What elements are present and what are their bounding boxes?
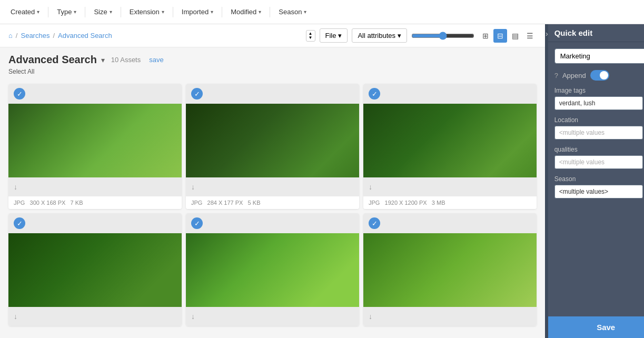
- grid-item-footer: ↓: [363, 177, 537, 196]
- breadcrumb: ⌂ / Searches / Advanced Search: [8, 32, 112, 39]
- page-title-area: Advanced Search ▾ 10 Assets save Select …: [0, 47, 545, 79]
- page-title: Advanced Search: [8, 54, 97, 66]
- chevron-down-icon: ▾: [110, 9, 112, 15]
- append-toggle[interactable]: [590, 70, 609, 81]
- breadcrumb-bar: ⌂ / Searches / Advanced Search ▲ ▼ File …: [0, 24, 545, 47]
- image-tags-row: 🗑: [554, 96, 644, 110]
- toggle-knob: [600, 71, 608, 79]
- chevron-down-icon: ▾: [162, 9, 164, 15]
- location-input[interactable]: [554, 126, 643, 140]
- grid-item: ✓ ↓ JPG 300 X 168 PX 7 KB: [8, 84, 182, 209]
- view-mode-list[interactable]: ⊞: [479, 29, 492, 43]
- separator: [173, 7, 173, 17]
- content-area: ⌂ / Searches / Advanced Search ▲ ▼ File …: [0, 24, 545, 338]
- breadcrumb-sep: /: [53, 32, 55, 39]
- download-icon[interactable]: ↓: [369, 312, 372, 321]
- breadcrumb-searches[interactable]: Searches: [21, 32, 49, 39]
- filter-type[interactable]: Type ▾: [53, 6, 81, 18]
- attributes-dropdown[interactable]: All attributes ▾: [352, 28, 407, 43]
- help-icon[interactable]: ?: [554, 72, 558, 79]
- selection-checkbox[interactable]: ✓: [14, 217, 25, 229]
- separator: [270, 7, 270, 17]
- download-icon[interactable]: ↓: [14, 312, 17, 321]
- view-mode-buttons: ⊞ ⊟ ▤ ☰: [479, 29, 537, 43]
- quick-edit-save-button[interactable]: Save: [548, 316, 644, 338]
- download-icon[interactable]: ↓: [191, 312, 195, 321]
- download-icon[interactable]: ↓: [14, 183, 17, 191]
- chevron-down-icon: ▾: [74, 9, 76, 15]
- grid-image[interactable]: [363, 104, 537, 177]
- qualities-section: qualities 🗑: [554, 146, 644, 169]
- chevron-down-icon: ▾: [259, 9, 261, 15]
- filter-imported[interactable]: Imported ▾: [177, 6, 217, 18]
- quick-edit-title: Quick edit: [554, 28, 644, 37]
- location-label: Location: [554, 116, 644, 124]
- filter-modified[interactable]: Modified ▾: [226, 6, 265, 18]
- grid-image[interactable]: [8, 104, 182, 177]
- season-label: Season: [554, 175, 644, 183]
- chevron-down-icon: ▾: [338, 32, 342, 39]
- chevron-down-icon: ▾: [211, 9, 213, 15]
- filter-size[interactable]: Size ▾: [90, 6, 116, 18]
- grid-image[interactable]: [186, 233, 359, 307]
- grid-item: ✓ ↓: [8, 213, 182, 326]
- zoom-slider[interactable]: [411, 32, 474, 40]
- download-icon[interactable]: ↓: [191, 183, 195, 191]
- image-tags-label: Image tags: [554, 87, 644, 94]
- grid-item-meta: JPG 1920 X 1200 PX 3 MB: [363, 196, 537, 209]
- season-section: Season <multiple values> 🗑: [554, 175, 644, 198]
- qualities-input[interactable]: [554, 155, 643, 169]
- location-row: 🗑: [554, 126, 644, 140]
- chevron-down-icon: ▾: [304, 9, 306, 15]
- quick-edit-panel: › Quick edit Marketing ? Append: [545, 24, 644, 338]
- file-dropdown[interactable]: File ▾: [320, 28, 348, 43]
- filter-extension[interactable]: Extension ▾: [125, 6, 169, 18]
- filter-season[interactable]: Season ▾: [274, 6, 311, 18]
- selection-checkbox[interactable]: ✓: [369, 88, 380, 100]
- breadcrumb-home[interactable]: ⌂: [8, 32, 13, 39]
- location-section: Location 🗑: [554, 116, 644, 140]
- zoom-slider-container: [411, 32, 474, 40]
- filter-created[interactable]: Created ▾: [6, 6, 44, 18]
- grid-image[interactable]: [186, 104, 359, 177]
- category-dropdown[interactable]: Marketing: [554, 48, 644, 64]
- qualities-row: 🗑: [554, 155, 644, 169]
- selection-checkbox[interactable]: ✓: [369, 217, 380, 229]
- view-mode-table[interactable]: ☰: [523, 29, 537, 43]
- selection-checkbox[interactable]: ✓: [14, 88, 25, 100]
- breadcrumb-current: Advanced Search: [58, 32, 112, 39]
- grid-item: ✓ ↓: [186, 213, 359, 326]
- separator: [85, 7, 85, 17]
- view-mode-compact[interactable]: ▤: [508, 29, 522, 43]
- breadcrumb-sep: /: [16, 32, 18, 39]
- select-all-link[interactable]: Select All: [8, 66, 34, 77]
- selection-checkbox[interactable]: ✓: [191, 217, 203, 229]
- sort-order-btn[interactable]: ▲ ▼: [306, 30, 315, 42]
- selection-checkbox[interactable]: ✓: [191, 88, 203, 100]
- grid-item-footer: ↓: [186, 307, 359, 326]
- save-search-link[interactable]: save: [149, 56, 163, 64]
- separator: [222, 7, 222, 17]
- download-icon[interactable]: ↓: [369, 183, 372, 191]
- image-tags-input[interactable]: [554, 96, 643, 110]
- grid-item-header: ✓: [8, 84, 182, 104]
- image-grid: ✓ ↓ JPG 300 X 168 PX 7 KB ✓ ↓ JPG 284 X …: [8, 84, 537, 326]
- season-row: <multiple values> 🗑: [554, 185, 644, 198]
- season-select[interactable]: <multiple values>: [554, 185, 643, 198]
- view-controls: ▲ ▼ File ▾ All attributes ▾ ⊞ ⊟ ▤: [306, 28, 537, 43]
- append-row: ? Append: [554, 70, 644, 81]
- image-tags-section: Image tags 🗑: [554, 87, 644, 110]
- grid-image[interactable]: [363, 233, 537, 307]
- panel-inner: Quick edit Marketing ? Append Image tags: [548, 24, 644, 338]
- grid-image[interactable]: [8, 233, 182, 307]
- view-mode-grid[interactable]: ⊟: [493, 29, 507, 43]
- grid-item-header: ✓: [186, 84, 359, 104]
- grid-item: ✓ ↓ JPG 284 X 177 PX 5 KB: [186, 84, 359, 209]
- chevron-down-icon: ▾: [398, 32, 401, 39]
- grid-item-footer: ↓: [186, 177, 359, 196]
- grid-item-header: ✓: [363, 213, 537, 233]
- chevron-down-icon: ▾: [37, 9, 39, 15]
- qualities-label: qualities: [554, 146, 644, 153]
- separator: [121, 7, 121, 17]
- title-chevron-icon[interactable]: ▾: [101, 56, 105, 64]
